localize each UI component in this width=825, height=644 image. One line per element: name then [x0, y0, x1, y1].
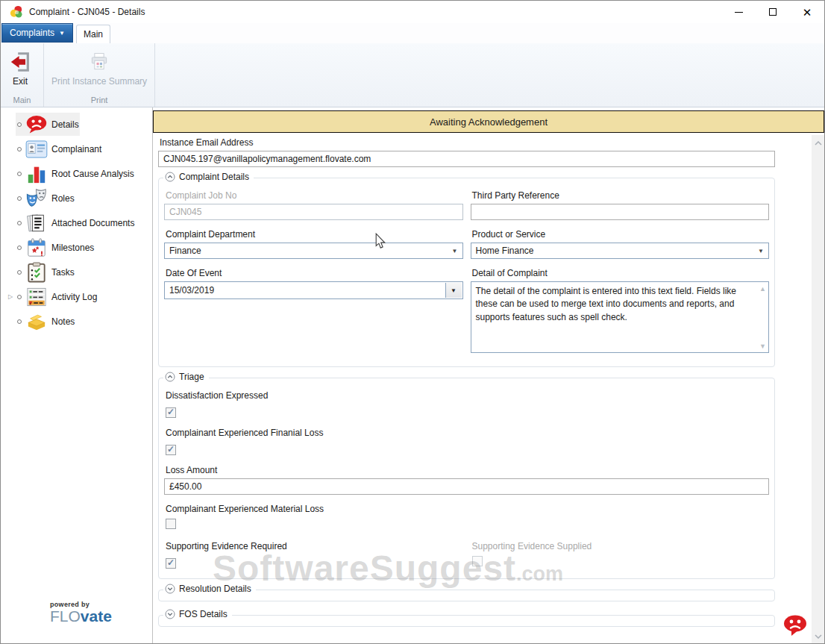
clipboard-checks-icon — [25, 261, 48, 284]
section-fos-details: FOS Details — [158, 615, 775, 627]
sidebar-item-label: Roles — [51, 193, 75, 204]
expand-button[interactable] — [165, 609, 175, 619]
product-label: Product or Service — [472, 229, 770, 240]
sidebar-item-label: Milestones — [51, 243, 94, 253]
title-bar: Complaint - CJN045 - Details ✕ — [1, 1, 824, 23]
evidence-required-checkbox[interactable]: ✓ — [166, 558, 176, 569]
sidebar-item-details[interactable]: Details — [1, 112, 152, 137]
print-instance-summary-button: Print Instance Summary — [47, 46, 151, 89]
minimize-icon — [735, 12, 743, 13]
scroll-down-icon[interactable] — [812, 630, 824, 643]
exit-icon — [9, 49, 31, 75]
dissatisfaction-label: Dissatisfaction Expressed — [166, 390, 769, 401]
chevron-down-icon: ▼ — [59, 30, 65, 37]
status-banner: Awaiting Acknowledgement — [153, 110, 824, 133]
section-resolution-details: Resolution Details — [158, 590, 775, 601]
expand-button[interactable] — [165, 584, 175, 594]
close-button[interactable]: ✕ — [790, 1, 824, 23]
complaints-menu-button[interactable]: Complaints ▼ — [1, 23, 73, 43]
sidebar-item-notes[interactable]: Notes — [1, 309, 152, 334]
status-banner-text: Awaiting Acknowledgement — [430, 116, 548, 128]
detail-of-complaint-label: Detail of Complaint — [472, 268, 770, 278]
third-party-label: Third Party Reference — [472, 190, 770, 201]
sidebar-item-root-cause-analysis[interactable]: Root Cause Analysis — [1, 161, 152, 186]
textarea-scroll-up-icon[interactable]: ▲ — [759, 285, 766, 293]
sticky-notes-icon — [25, 310, 48, 333]
sidebar-item-attached-documents[interactable]: Attached Documents — [1, 210, 152, 235]
department-dropdown[interactable]: Finance ▼ — [164, 243, 463, 259]
print-instance-summary-label: Print Instance Summary — [51, 76, 147, 87]
loss-amount-input[interactable] — [164, 478, 769, 495]
exit-label: Exit — [13, 76, 28, 87]
product-value: Home Finance — [476, 246, 534, 256]
tab-main[interactable]: Main — [76, 25, 110, 43]
evidence-supplied-label: Supporting Evidence Supplied — [472, 541, 770, 551]
sidebar: Details — [1, 107, 152, 644]
close-icon: ✕ — [803, 7, 812, 18]
sidebar-item-tasks[interactable]: Tasks — [1, 260, 152, 284]
collapse-button[interactable] — [165, 172, 175, 182]
calendar-icon — [25, 237, 48, 259]
evidence-required-label: Supporting Evidence Required — [166, 541, 463, 551]
item-bullet — [17, 221, 22, 225]
date-of-event-picker[interactable]: 15/03/2019 ▼ — [164, 281, 463, 299]
content-panel: Awaiting Acknowledgement Instance Email … — [152, 107, 824, 644]
logo-vate: vate — [81, 607, 112, 625]
third-party-input[interactable] — [471, 204, 770, 220]
instance-email-input[interactable] — [158, 151, 775, 167]
sidebar-item-label: Notes — [51, 316, 75, 327]
item-bullet — [17, 270, 22, 275]
sidebar-item-label: Attached Documents — [51, 218, 134, 228]
item-bullet — [17, 246, 22, 250]
item-bullet — [17, 147, 22, 151]
ribbon-group-print-label: Print — [44, 95, 154, 107]
sidebar-item-label: Activity Log — [51, 292, 97, 302]
date-of-event-value: 15/03/2019 — [169, 285, 214, 296]
dissatisfaction-checkbox[interactable]: ✓ — [166, 407, 176, 418]
scroll-up-icon[interactable] — [812, 137, 824, 149]
section-title: Resolution Details — [179, 584, 251, 594]
theatre-masks-icon — [25, 187, 48, 210]
material-loss-checkbox[interactable]: ✓ — [166, 519, 176, 529]
ribbon-group-main: Exit Main — [1, 43, 44, 107]
sidebar-item-activity-log[interactable]: ▷ — [1, 284, 152, 309]
department-value: Finance — [169, 246, 201, 256]
vertical-scrollbar[interactable] — [812, 135, 824, 644]
sidebar-item-complainant[interactable]: Complainant — [1, 137, 152, 161]
textarea-scroll-down-icon[interactable]: ▼ — [759, 343, 766, 350]
sidebar-item-roles[interactable]: Roles — [1, 186, 152, 210]
tab-main-label: Main — [84, 29, 103, 40]
expander-icon[interactable]: ▷ — [8, 293, 13, 300]
chevron-down-icon: ▼ — [758, 248, 764, 254]
financial-loss-checkbox[interactable]: ✓ — [166, 445, 176, 455]
ribbon-group-print: Print Instance Summary Print — [44, 43, 155, 107]
documents-icon — [25, 212, 48, 234]
instance-email-label: Instance Email Address — [160, 137, 775, 148]
detail-of-complaint-textarea[interactable]: The detail of the complaint is entered i… — [471, 281, 770, 353]
material-loss-label: Complainant Experienced Material Loss — [166, 504, 769, 514]
complaints-menu-label: Complaints — [10, 28, 54, 38]
date-of-event-label: Date Of Event — [166, 268, 463, 278]
job-no-label: Complaint Job No — [166, 190, 463, 201]
collapse-button[interactable] — [165, 372, 175, 382]
product-dropdown[interactable]: Home Finance ▼ — [471, 243, 770, 259]
item-bullet — [17, 295, 22, 299]
date-dropdown-button[interactable]: ▼ — [445, 283, 462, 298]
section-complaint-details: Complaint Details Complaint Job No Third… — [158, 178, 775, 367]
complaint-corner-icon — [782, 614, 808, 640]
logo-flo: FLO — [50, 607, 81, 625]
department-label: Complaint Department — [166, 229, 463, 240]
maximize-button[interactable] — [756, 1, 790, 23]
item-bullet — [17, 319, 22, 324]
section-title: Triage — [179, 372, 204, 382]
minimize-button[interactable] — [721, 1, 756, 23]
section-title: FOS Details — [179, 609, 228, 619]
exit-button[interactable]: Exit — [4, 46, 37, 89]
window-title: Complaint - CJN045 - Details — [29, 7, 721, 17]
financial-loss-label: Complainant Experienced Finanial Loss — [166, 428, 769, 438]
sidebar-item-label: Complainant — [51, 144, 101, 154]
sidebar-item-milestones[interactable]: Milestones — [1, 235, 152, 260]
chevron-down-icon: ▼ — [452, 248, 458, 254]
ribbon-tab-row: Complaints ▼ Main — [1, 23, 824, 43]
item-bullet — [17, 196, 22, 201]
